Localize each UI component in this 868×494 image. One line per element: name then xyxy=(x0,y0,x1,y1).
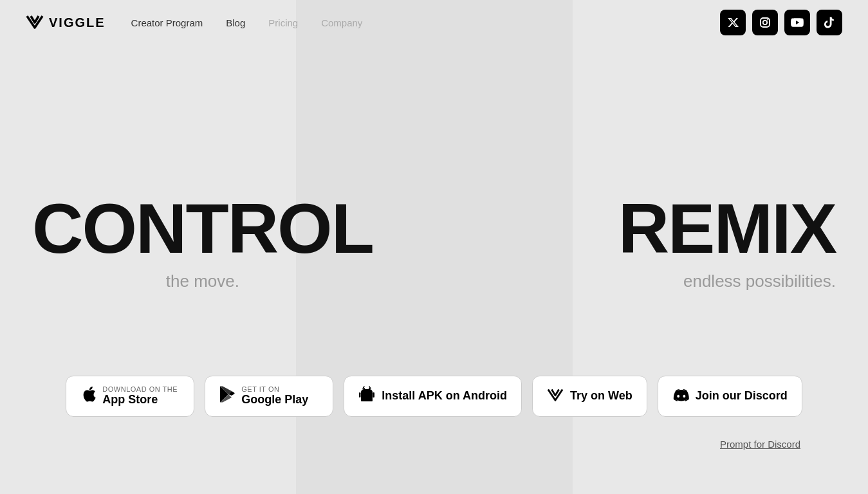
svg-rect-7 xyxy=(359,392,361,398)
tiktok-icon xyxy=(824,17,835,28)
hero-left: CONTROL the move. xyxy=(32,193,373,291)
google-play-icon xyxy=(219,386,235,407)
nav-blog[interactable]: Blog xyxy=(226,17,245,28)
google-play-small-text: GET IT ON xyxy=(241,385,279,393)
app-store-large-text: App Store xyxy=(102,393,158,407)
google-play-large-text: Google Play xyxy=(241,393,308,407)
youtube-link[interactable] xyxy=(784,10,810,35)
discord-icon xyxy=(672,387,689,407)
discord-prompt-link[interactable]: Prompt for Discord xyxy=(720,439,800,450)
cta-row: Download on the App Store GET IT ON Goog… xyxy=(0,376,868,417)
youtube-icon xyxy=(791,18,804,27)
apple-icon xyxy=(80,385,96,408)
app-store-button[interactable]: Download on the App Store xyxy=(66,376,194,417)
google-play-button[interactable]: GET IT ON Google Play xyxy=(205,376,333,417)
android-icon xyxy=(358,385,375,408)
navigation: VIGGLE Creator Program Blog Pricing Comp… xyxy=(0,0,868,45)
discord-button[interactable]: Join our Discord xyxy=(658,376,802,417)
logo[interactable]: VIGGLE xyxy=(26,14,106,32)
svg-point-2 xyxy=(767,19,768,21)
tiktok-link[interactable] xyxy=(817,10,842,35)
android-apk-large-text: Install APK on Android xyxy=(382,389,507,403)
logo-text: VIGGLE xyxy=(49,15,106,30)
viggle-web-icon xyxy=(547,386,564,407)
nav-pricing[interactable]: Pricing xyxy=(268,17,298,28)
svg-rect-4 xyxy=(369,388,370,390)
discord-prompt-container: Prompt for Discord xyxy=(720,439,800,450)
twitter-link[interactable] xyxy=(720,10,746,35)
try-web-large-text: Try on Web xyxy=(570,389,633,403)
nav-social-links xyxy=(720,10,842,35)
svg-point-1 xyxy=(763,21,767,24)
nav-links: Creator Program Blog Pricing Company xyxy=(131,17,363,28)
instagram-link[interactable] xyxy=(752,10,778,35)
viggle-logo-icon xyxy=(26,14,44,32)
hero-title-remix: REMIX xyxy=(618,193,836,264)
nav-creator-program[interactable]: Creator Program xyxy=(131,17,203,28)
hero-subtitle-move: the move. xyxy=(32,271,373,291)
hero-right: REMIX endless possibilities. xyxy=(618,193,836,291)
app-store-small-text: Download on the xyxy=(102,385,178,393)
hero-subtitle-possibilities: endless possibilities. xyxy=(618,271,836,291)
discord-large-text: Join our Discord xyxy=(696,389,788,403)
nav-left: VIGGLE Creator Program Blog Pricing Comp… xyxy=(26,14,362,32)
svg-rect-11 xyxy=(361,399,366,401)
svg-rect-3 xyxy=(364,388,365,390)
svg-rect-8 xyxy=(373,392,375,398)
instagram-icon xyxy=(759,17,771,28)
nav-company[interactable]: Company xyxy=(321,17,362,28)
svg-rect-12 xyxy=(367,399,373,401)
try-web-button[interactable]: Try on Web xyxy=(532,376,647,417)
hero-title-control: CONTROL xyxy=(32,193,373,264)
android-apk-button[interactable]: Install APK on Android xyxy=(344,376,522,417)
x-icon xyxy=(727,17,739,28)
